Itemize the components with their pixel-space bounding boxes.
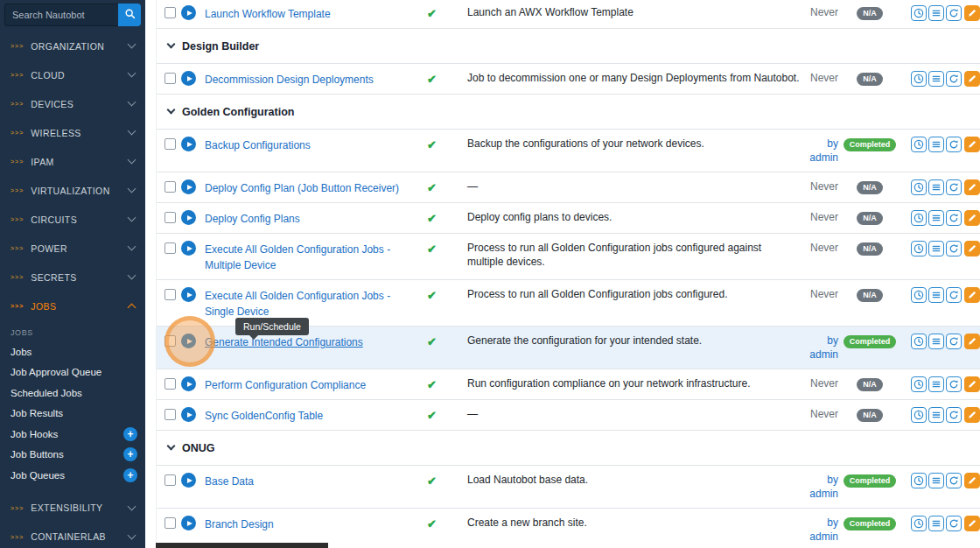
job-name-link[interactable]: Execute All Golden Configuration Jobs - … bbox=[205, 290, 390, 318]
rerun-button[interactable] bbox=[946, 473, 962, 488]
sidebar-item-secrets[interactable]: >>>SECRETS bbox=[0, 263, 145, 292]
job-results-button[interactable] bbox=[928, 516, 944, 531]
add-button[interactable]: + bbox=[123, 468, 137, 482]
schedule-button[interactable] bbox=[911, 5, 927, 21]
sidebar-item-containerlab[interactable]: >>>CONTAINERLAB bbox=[0, 523, 145, 548]
rerun-button[interactable] bbox=[946, 334, 962, 349]
job-name-link[interactable]: Perform Configuration Compliance bbox=[205, 379, 366, 391]
job-name-link[interactable]: Sync GoldenConfig Table bbox=[205, 410, 323, 422]
job-group-header[interactable]: Design Builder bbox=[157, 29, 980, 64]
edit-job-button[interactable] bbox=[964, 407, 980, 423]
last-run-user-link[interactable]: by admin bbox=[809, 474, 838, 500]
job-results-button[interactable] bbox=[928, 71, 944, 87]
job-name-link[interactable]: Decommission Design Deployments bbox=[205, 74, 374, 86]
edit-job-button[interactable] bbox=[964, 137, 980, 152]
edit-job-button[interactable] bbox=[964, 5, 980, 21]
edit-job-button[interactable] bbox=[964, 516, 980, 531]
schedule-button[interactable] bbox=[911, 179, 927, 195]
rerun-button[interactable] bbox=[946, 376, 962, 392]
row-checkbox[interactable] bbox=[164, 73, 176, 84]
run-job-button[interactable] bbox=[181, 376, 196, 391]
schedule-button[interactable] bbox=[911, 516, 927, 531]
schedule-button[interactable] bbox=[911, 334, 927, 349]
sidebar-item-wireless[interactable]: >>>WIRELESS bbox=[0, 118, 145, 147]
last-run-user-link[interactable]: by admin bbox=[809, 137, 838, 164]
job-results-button[interactable] bbox=[928, 473, 944, 488]
schedule-button[interactable] bbox=[911, 137, 927, 152]
job-results-button[interactable] bbox=[928, 5, 944, 21]
last-run-user-link[interactable]: by admin bbox=[809, 334, 838, 361]
add-button[interactable]: + bbox=[123, 427, 137, 441]
sidebar-subitem-job-hooks[interactable]: Job Hooks+ bbox=[0, 424, 145, 445]
job-results-button[interactable] bbox=[928, 287, 944, 303]
sidebar-item-extensibility[interactable]: >>>EXTENSIBILITY bbox=[0, 494, 145, 523]
job-results-button[interactable] bbox=[928, 137, 944, 152]
row-checkbox[interactable] bbox=[164, 138, 176, 150]
job-name-link[interactable]: Deploy Config Plans bbox=[205, 213, 300, 225]
edit-job-button[interactable] bbox=[964, 376, 980, 392]
schedule-button[interactable] bbox=[911, 407, 927, 423]
job-group-header[interactable]: Golden Configuration bbox=[157, 95, 980, 130]
sidebar-item-virtualization[interactable]: >>>VIRTUALIZATION bbox=[0, 176, 145, 205]
schedule-button[interactable] bbox=[911, 71, 927, 87]
sidebar-subitem-job-buttons[interactable]: Job Buttons+ bbox=[0, 445, 145, 466]
row-checkbox[interactable] bbox=[164, 409, 176, 420]
run-job-button[interactable] bbox=[181, 71, 196, 86]
job-name-link[interactable]: Deploy Config Plan (Job Button Receiver) bbox=[205, 182, 399, 194]
status-badge[interactable]: Completed bbox=[844, 474, 897, 488]
sidebar-subitem-job-queues[interactable]: Job Queues+ bbox=[0, 465, 145, 486]
job-name-link[interactable]: Execute All Golden Configuration Jobs - … bbox=[205, 243, 390, 271]
job-name-link[interactable]: Launch Workflow Template bbox=[205, 8, 331, 20]
run-job-button[interactable] bbox=[181, 5, 196, 20]
sidebar-item-organization[interactable]: >>>ORGANIZATION bbox=[0, 32, 145, 60]
rerun-button[interactable] bbox=[946, 179, 962, 195]
row-checkbox[interactable] bbox=[164, 7, 176, 18]
run-job-button[interactable] bbox=[181, 179, 196, 194]
sidebar-item-power[interactable]: >>>POWER bbox=[0, 234, 145, 263]
rerun-button[interactable] bbox=[946, 287, 962, 303]
row-checkbox[interactable] bbox=[164, 335, 176, 347]
sidebar-subitem-scheduled-jobs[interactable]: Scheduled Jobs bbox=[0, 383, 145, 404]
row-checkbox[interactable] bbox=[164, 289, 176, 300]
status-badge[interactable]: Completed bbox=[844, 335, 897, 348]
job-name-link[interactable]: Backup Configurations bbox=[205, 139, 311, 151]
sidebar-subitem-job-results[interactable]: Job Results bbox=[0, 404, 145, 425]
status-badge[interactable]: Completed bbox=[844, 138, 897, 151]
row-checkbox[interactable] bbox=[164, 474, 176, 486]
edit-job-button[interactable] bbox=[964, 334, 980, 349]
job-name-link[interactable]: Base Data bbox=[205, 475, 254, 488]
job-name-link[interactable]: Branch Design bbox=[205, 518, 274, 530]
rerun-button[interactable] bbox=[946, 516, 962, 531]
row-checkbox[interactable] bbox=[164, 181, 176, 193]
search-input[interactable] bbox=[4, 4, 118, 26]
last-run-user-link[interactable]: by admin bbox=[809, 516, 838, 543]
edit-job-button[interactable] bbox=[964, 210, 980, 226]
run-job-button[interactable] bbox=[181, 473, 196, 488]
row-checkbox[interactable] bbox=[164, 517, 176, 529]
row-checkbox[interactable] bbox=[164, 242, 176, 254]
sidebar-item-cloud[interactable]: >>>CLOUD bbox=[0, 60, 145, 89]
edit-job-button[interactable] bbox=[964, 71, 980, 87]
rerun-button[interactable] bbox=[946, 5, 962, 21]
schedule-button[interactable] bbox=[911, 210, 927, 226]
run-job-button[interactable] bbox=[181, 137, 196, 151]
job-results-button[interactable] bbox=[928, 210, 944, 226]
job-results-button[interactable] bbox=[928, 179, 944, 195]
job-name-link[interactable]: Generate Intended Configurations bbox=[205, 336, 363, 348]
edit-job-button[interactable] bbox=[964, 287, 980, 303]
run-job-button[interactable] bbox=[181, 516, 196, 530]
sidebar-subitem-jobs[interactable]: Jobs bbox=[0, 341, 145, 362]
job-results-button[interactable] bbox=[928, 376, 944, 392]
edit-job-button[interactable] bbox=[964, 241, 980, 256]
row-checkbox[interactable] bbox=[164, 212, 176, 223]
edit-job-button[interactable] bbox=[964, 179, 980, 195]
rerun-button[interactable] bbox=[946, 210, 962, 226]
schedule-button[interactable] bbox=[911, 241, 927, 256]
schedule-button[interactable] bbox=[911, 287, 927, 303]
run-job-button[interactable] bbox=[181, 287, 196, 302]
job-results-button[interactable] bbox=[928, 241, 944, 256]
run-job-button[interactable] bbox=[181, 407, 196, 422]
run-job-button[interactable] bbox=[181, 334, 196, 348]
run-job-button[interactable] bbox=[181, 210, 196, 225]
status-badge[interactable]: Completed bbox=[844, 517, 897, 530]
